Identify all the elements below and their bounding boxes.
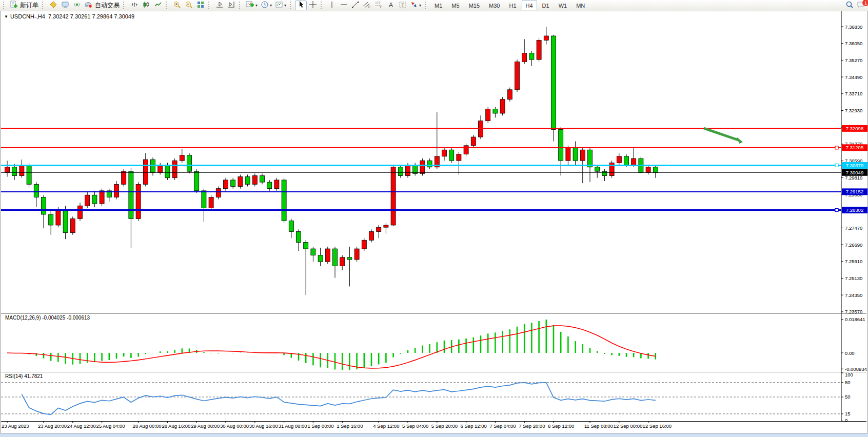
auto-scroll-button[interactable] xyxy=(213,1,225,10)
toolbar-grip xyxy=(239,2,243,9)
line-chart-button[interactable] xyxy=(152,1,164,10)
arrows-tool-button[interactable]: ▾ xyxy=(408,1,423,10)
toolbar-grip xyxy=(290,2,293,9)
templates-button[interactable]: ▾ xyxy=(273,1,288,10)
timeframe-M15[interactable]: M15 xyxy=(465,1,484,10)
timeframe-W1[interactable]: W1 xyxy=(555,1,571,10)
dropdown-caret-icon: ▾ xyxy=(284,3,286,8)
clock-icon xyxy=(261,1,269,11)
chart-shift-icon xyxy=(227,1,235,11)
status-band xyxy=(0,433,868,437)
auto-trading-icon xyxy=(84,1,93,11)
arrows-icon xyxy=(410,1,418,11)
gold-diamond-icon xyxy=(49,1,57,11)
template-icon xyxy=(275,1,283,11)
monitor-icon xyxy=(61,1,69,11)
notifications-button[interactable]: 1 xyxy=(855,1,867,10)
styles-button[interactable] xyxy=(47,1,59,10)
trendline-icon xyxy=(351,1,360,11)
dropdown-caret-icon: ▾ xyxy=(255,3,258,8)
timeframe-group: M1M5M15M30H1H4D1W1MN xyxy=(430,1,589,10)
timeframe-MN[interactable]: MN xyxy=(572,1,589,10)
crosshair-icon xyxy=(309,1,317,11)
toolbar-grip xyxy=(425,2,428,9)
timeframe-M5[interactable]: M5 xyxy=(447,1,463,10)
chart-title-ohlc: 7.30242 7.30261 7.29864 7.30049 xyxy=(48,13,134,19)
main-toolbar: 新订单 自动交易 ▾ ▾ ▾ E F A T ▾ M1M5M15M30H1H4D… xyxy=(0,0,868,11)
zoom-out-icon xyxy=(185,1,193,11)
toolbar-grip xyxy=(321,2,324,9)
timeframe-D1[interactable]: D1 xyxy=(538,1,554,10)
periods-button[interactable]: ▾ xyxy=(259,1,273,10)
chart-window[interactable] xyxy=(0,11,868,433)
bar-chart-icon xyxy=(130,1,139,11)
toolbar-grip xyxy=(3,2,7,9)
toolbar-grip xyxy=(42,2,46,9)
text-tool-button[interactable]: A xyxy=(385,1,397,10)
tile-windows-button[interactable] xyxy=(194,1,206,10)
fibonacci-tool-button[interactable]: F xyxy=(373,1,385,10)
tile-windows-icon xyxy=(196,1,205,11)
horizontal-line-icon xyxy=(340,1,348,11)
zoom-out-button[interactable] xyxy=(183,1,194,10)
search-icon xyxy=(845,1,854,11)
dropdown-caret-icon: ▾ xyxy=(270,3,272,8)
toolbar-grip xyxy=(208,2,212,9)
svg-text:F: F xyxy=(380,5,382,9)
macd-indicator-label: MACD(12,26,9) -0.004025 -0.000613 xyxy=(5,315,90,321)
svg-text:E: E xyxy=(368,5,371,9)
cursor-icon xyxy=(297,1,305,11)
new-order-label: 新订单 xyxy=(20,1,38,10)
chart-objects-toggle-icon[interactable]: ▼ xyxy=(4,14,8,19)
search-button[interactable] xyxy=(843,1,855,10)
add-indicator-icon xyxy=(246,1,254,11)
auto-scroll-icon xyxy=(215,1,224,11)
chart-shift-button[interactable] xyxy=(225,1,237,10)
vertical-line-tool-button[interactable] xyxy=(326,1,338,10)
auto-trading-label: 自动交易 xyxy=(95,1,120,10)
line-chart-icon xyxy=(154,1,162,11)
market-watch-button[interactable] xyxy=(59,1,71,10)
new-order-icon xyxy=(10,1,18,11)
text-label-tool-button[interactable]: T xyxy=(397,1,408,10)
signal-icon xyxy=(73,1,81,11)
rsi-indicator-label: RSI(14) 41.7821 xyxy=(5,373,43,379)
notification-badge: 1 xyxy=(862,0,868,7)
toolbar-grip xyxy=(166,2,169,9)
crosshair-tool-button[interactable] xyxy=(307,1,319,10)
text-icon: A xyxy=(387,1,395,11)
timeframe-M1[interactable]: M1 xyxy=(430,1,446,10)
auto-trading-button[interactable]: 自动交易 xyxy=(83,1,121,10)
bar-chart-button[interactable] xyxy=(128,1,140,10)
text-label-icon: T xyxy=(399,1,407,11)
candlestick-chart-icon xyxy=(142,1,150,11)
signals-button[interactable] xyxy=(71,1,83,10)
equidistant-channel-tool-button[interactable]: E xyxy=(361,1,373,10)
horizontal-line-tool-button[interactable] xyxy=(338,1,349,10)
zoom-in-icon xyxy=(173,1,181,11)
toolbar-grip xyxy=(123,2,127,9)
fibonacci-icon: F xyxy=(374,1,383,11)
timeframe-H1[interactable]: H1 xyxy=(505,1,520,10)
channel-icon: E xyxy=(363,1,371,11)
vertical-line-icon xyxy=(328,1,336,11)
trendline-tool-button[interactable] xyxy=(349,1,361,10)
svg-text:T: T xyxy=(401,2,404,7)
new-order-button[interactable]: 新订单 xyxy=(8,1,40,10)
svg-text:A: A xyxy=(389,1,393,8)
candlestick-chart-button[interactable] xyxy=(140,1,152,10)
add-indicator-button[interactable]: ▾ xyxy=(244,1,259,10)
timeframe-M30[interactable]: M30 xyxy=(485,1,504,10)
chart-title-symbol: USDCNH-,H4 xyxy=(10,13,45,19)
chart-title: ▼USDCNH-,H4 7.30242 7.30261 7.29864 7.30… xyxy=(4,13,134,19)
zoom-in-button[interactable] xyxy=(171,1,183,10)
dropdown-caret-icon: ▾ xyxy=(419,3,421,8)
timeframe-H4[interactable]: H4 xyxy=(522,1,537,10)
cursor-tool-button[interactable] xyxy=(295,1,307,10)
